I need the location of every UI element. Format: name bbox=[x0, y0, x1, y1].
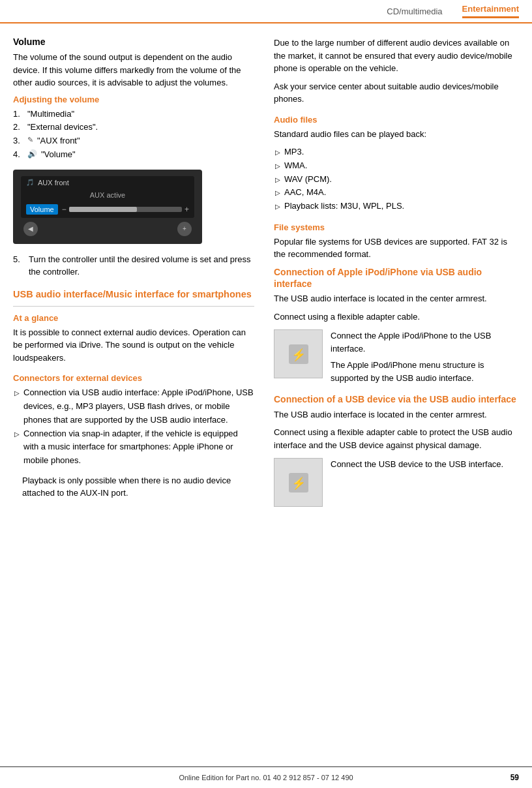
usb-device-para2: Connect using a flexible adapter cable t… bbox=[274, 426, 519, 451]
step-1: 1. "Multimedia" bbox=[13, 108, 254, 121]
usb-device-image-block: ⚡ Connect the USB device to the USB inte… bbox=[274, 458, 519, 507]
file-systems-para: Popular file systems for USB devices are… bbox=[274, 235, 519, 261]
right-column: Due to the large number of different aud… bbox=[274, 37, 519, 516]
adjusting-volume-heading: Adjusting the volume bbox=[13, 95, 254, 104]
at-a-glance-heading: At a glance bbox=[13, 313, 254, 323]
divider-1 bbox=[13, 306, 254, 307]
volume-label: Volume bbox=[26, 204, 58, 215]
page-number: 59 bbox=[510, 773, 519, 782]
footer-text: Online Edition for Part no. 01 40 2 912 … bbox=[13, 774, 519, 781]
connectors-list: Connection via USB audio interface: Appl… bbox=[13, 386, 254, 468]
volume-paragraph: The volume of the sound output is depend… bbox=[13, 51, 254, 89]
music-icon: 🎵 bbox=[26, 179, 34, 186]
svg-text:⚡: ⚡ bbox=[291, 476, 306, 491]
device-active-label: AUX active bbox=[21, 189, 194, 201]
device-screenshot: 🎵 AUX front AUX active Volume − + ◀ + bbox=[13, 170, 202, 244]
audio-files-intro: Standard audio files can be played back: bbox=[274, 128, 519, 141]
tab-cd-multimedia[interactable]: CD/multimedia bbox=[387, 7, 442, 16]
file-systems-heading: File systems bbox=[274, 222, 519, 232]
usb-device-caption: Connect the USB device to the USB interf… bbox=[331, 458, 519, 471]
apple-conn-para2: Connect using a flexible adapter cable. bbox=[274, 311, 519, 324]
usb-device-para1: The USB audio interface is located in th… bbox=[274, 408, 519, 421]
audio-file-mp3: MP3. bbox=[274, 145, 519, 159]
apple-conn-image: ⚡ bbox=[274, 329, 323, 378]
apple-conn-caption: Connect the Apple iPod/iPhone to the USB… bbox=[331, 329, 519, 384]
tab-entertainment[interactable]: Entertainment bbox=[462, 4, 519, 18]
vol-bar bbox=[69, 207, 182, 212]
left-column: Volume The volume of the sound output is… bbox=[13, 37, 254, 516]
audio-file-wma: WMA. bbox=[274, 159, 519, 173]
audio-file-playback: Playback lists: M3U, WPL, PLS. bbox=[274, 200, 519, 213]
usb-device-image: ⚡ bbox=[274, 458, 323, 507]
apple-conn-heading: Connection of Apple iPod/iPhone via USB … bbox=[274, 266, 519, 290]
connectors-heading: Connectors for external devices bbox=[13, 373, 254, 383]
nav-left-btn[interactable]: ◀ bbox=[23, 222, 38, 236]
device-top-bar: 🎵 AUX front bbox=[21, 176, 194, 189]
step-4: 4. 🔊 "Volume" bbox=[13, 148, 254, 162]
apple-conn-image-block: ⚡ Connect the Apple iPod/iPhone to the U… bbox=[274, 329, 519, 384]
steps-list: 1. "Multimedia" 2. "External devices". 3… bbox=[13, 108, 254, 162]
audio-files-heading: Audio files bbox=[274, 115, 519, 125]
at-a-glance-para: It is possible to connect external audio… bbox=[13, 326, 254, 365]
right-para1: Due to the large number of different aud… bbox=[274, 37, 519, 75]
connector-item-2: Connection via snap-in adapter, if the v… bbox=[13, 427, 254, 468]
usb-device-icon: ⚡ bbox=[286, 470, 312, 496]
usb-heading: USB audio interface/Music interface for … bbox=[13, 289, 254, 299]
volume-icon: 🔊 bbox=[27, 148, 37, 160]
volume-heading: Volume bbox=[13, 37, 254, 47]
device-nav-bar: ◀ + bbox=[21, 218, 194, 237]
connector-item-1: Connection via USB audio interface: Appl… bbox=[13, 386, 254, 427]
device-volume-bar: Volume − + bbox=[21, 201, 194, 218]
svg-text:⚡: ⚡ bbox=[291, 348, 306, 362]
apple-conn-para1: The USB audio interface is located in th… bbox=[274, 292, 519, 305]
step-3: 3. ✎ "AUX front" bbox=[13, 134, 254, 148]
vol-minus-icon: − bbox=[62, 205, 66, 214]
right-para2: Ask your service center about suitable a… bbox=[274, 80, 519, 106]
vol-bar-fill bbox=[69, 207, 137, 212]
usb-icon: ⚡ bbox=[286, 341, 312, 367]
nav-right-btn[interactable]: + bbox=[177, 222, 192, 236]
main-content: Volume The volume of the sound output is… bbox=[0, 23, 532, 529]
usb-device-heading: Connection of a USB device via the USB a… bbox=[274, 393, 519, 405]
step-5: 5. Turn the controller until the desired… bbox=[13, 253, 254, 279]
page-footer: Online Edition for Part no. 01 40 2 912 … bbox=[0, 766, 532, 788]
audio-files-list: MP3. WMA. WAV (PCM). AAC, M4A. Playback … bbox=[274, 145, 519, 213]
playback-note: Playback is only possible when there is … bbox=[13, 474, 254, 500]
page-header: CD/multimedia Entertainment bbox=[0, 0, 532, 23]
audio-file-wav: WAV (PCM). bbox=[274, 173, 519, 187]
volume-slider: − + bbox=[62, 205, 189, 214]
audio-file-aac: AAC, M4A. bbox=[274, 186, 519, 200]
vol-plus-icon: + bbox=[185, 205, 189, 214]
step-2: 2. "External devices". bbox=[13, 121, 254, 134]
pencil-icon: ✎ bbox=[27, 134, 33, 146]
